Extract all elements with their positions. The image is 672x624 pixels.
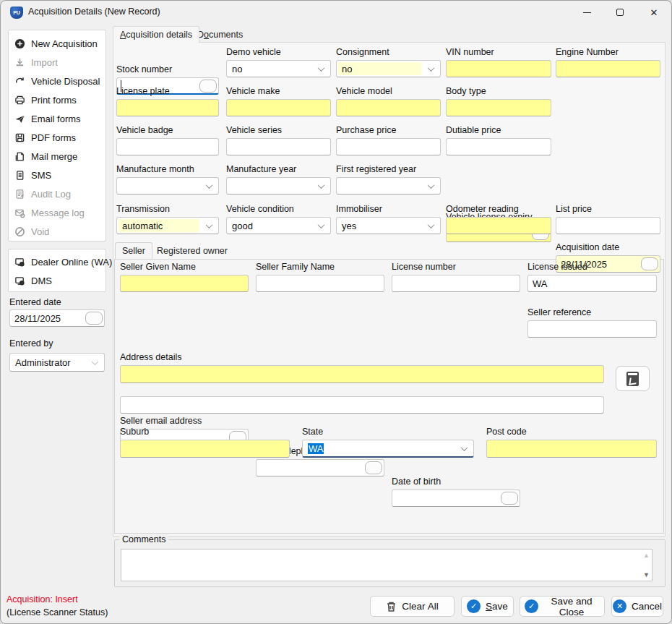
- license-number-cell: License number: [392, 262, 520, 292]
- address-details-label: Address details: [120, 352, 604, 362]
- maximize-button[interactable]: [603, 1, 637, 24]
- license-plate-input[interactable]: [116, 99, 219, 116]
- first-registered-year-dropdown[interactable]: [336, 177, 441, 195]
- demo-vehicle-label: Demo vehicle: [226, 47, 331, 57]
- vehicle-badge-input[interactable]: [116, 138, 219, 155]
- tab-seller[interactable]: Seller: [115, 242, 152, 259]
- cancel-button[interactable]: ✕ Cancel: [611, 596, 663, 617]
- address-line2-input[interactable]: [120, 396, 604, 414]
- sidebar-item-mail-merge[interactable]: Mail merge: [9, 147, 105, 166]
- sidebar-item-pdf-forms[interactable]: PDF forms: [9, 128, 105, 147]
- minimize-icon: [583, 12, 591, 13]
- sidebar-item-sms[interactable]: SMS: [9, 166, 105, 184]
- minimize-button[interactable]: [570, 1, 603, 24]
- seller-email-label: Seller email address: [120, 416, 249, 426]
- sidebar-item-new-acquisition[interactable]: New Acquisition: [9, 34, 105, 53]
- transmission-dropdown[interactable]: automatic: [116, 217, 219, 234]
- sidebar-item-dealer-online[interactable]: Dealer Online (WA): [9, 252, 105, 271]
- chevron-down-icon: [421, 219, 440, 232]
- list-price-input[interactable]: [556, 217, 660, 234]
- comments-textarea[interactable]: ▲ ▼: [121, 549, 652, 581]
- sidebar-item-message-log: Message log: [9, 203, 105, 222]
- manufacture-year-dropdown[interactable]: [226, 177, 331, 195]
- immobiliser-label: Immobiliser: [336, 204, 441, 214]
- scroll-down-icon[interactable]: ▼: [643, 571, 650, 578]
- sidebar-item-label: SMS: [31, 170, 51, 181]
- chevron-down-icon: [455, 442, 473, 455]
- consignment-dropdown[interactable]: no: [336, 60, 441, 77]
- vehicle-condition-cell: Vehicle condition good: [226, 204, 331, 234]
- entered-date-picker-button[interactable]: [85, 312, 103, 325]
- seller-telephone-action-button[interactable]: [365, 461, 382, 474]
- manufacture-year-value: [228, 179, 311, 192]
- state-dropdown[interactable]: WA: [302, 440, 474, 458]
- entered-by-dropdown[interactable]: Administrator: [9, 353, 105, 372]
- manufacture-month-label: Manufacture month: [116, 164, 219, 174]
- chevron-down-icon: [311, 219, 330, 232]
- immobiliser-dropdown[interactable]: yes: [336, 217, 441, 234]
- dutiable-price-input[interactable]: [446, 138, 551, 155]
- address-details-input[interactable]: [120, 365, 604, 383]
- vehicle-make-input[interactable]: [226, 99, 331, 116]
- printer-icon: [14, 95, 25, 106]
- tab-registered-owner[interactable]: Registered owner: [150, 243, 234, 259]
- seller-given-name-input[interactable]: [120, 275, 249, 292]
- demo-vehicle-dropdown[interactable]: no: [226, 60, 331, 77]
- suburb-input[interactable]: [120, 440, 290, 458]
- entered-by-combo-cell: Administrator: [9, 353, 105, 372]
- send-icon: [14, 114, 25, 124]
- seller-family-name-input[interactable]: [256, 275, 384, 292]
- entered-date-label: Entered date: [9, 297, 61, 307]
- save-and-close-button[interactable]: ✓ Save and Close: [520, 596, 605, 617]
- purchase-price-input[interactable]: [336, 138, 441, 155]
- immobiliser-cell: Immobiliser yes: [336, 204, 441, 234]
- odometer-reading-input[interactable]: [446, 217, 551, 234]
- comments-label: Comments: [119, 534, 168, 544]
- sidebar-item-label: Audit Log: [31, 189, 71, 200]
- license-number-input[interactable]: [392, 275, 520, 292]
- transmission-label: Transmission: [116, 204, 219, 214]
- clear-all-button[interactable]: Clear All: [370, 596, 455, 617]
- address-lookup-icon: [626, 372, 639, 386]
- sidebar-actions-box: New Acquisition Import Vehicle Disposal …: [8, 30, 106, 242]
- entered-by-value: Administrator: [12, 355, 85, 369]
- acquisition-date-label: Acquisition date: [556, 242, 660, 252]
- list-price-label: List price: [556, 204, 660, 214]
- license-plate-label: License plate: [116, 86, 219, 96]
- maximize-icon: [616, 9, 624, 16]
- license-issued-input[interactable]: [527, 275, 657, 292]
- tab-acquisition-details[interactable]: Acquisition details: [113, 26, 199, 43]
- sidebar-item-label: Void: [31, 226, 49, 237]
- manufacture-month-dropdown[interactable]: [116, 177, 219, 195]
- date-of-birth-picker-button[interactable]: [501, 492, 518, 505]
- vehicle-series-input[interactable]: [226, 138, 331, 155]
- sidebar-item-email-forms[interactable]: Email forms: [9, 109, 105, 128]
- engine-number-input[interactable]: [556, 60, 660, 77]
- sidebar-item-label: Email forms: [31, 114, 81, 124]
- tab-documents[interactable]: Documents: [191, 27, 249, 43]
- sidebar-item-dms[interactable]: DMS: [9, 271, 105, 290]
- dutiable-price-cell: Dutiable price: [446, 125, 551, 155]
- odometer-reading-cell: Odometer reading: [446, 204, 551, 234]
- clear-all-label: Clear All: [402, 601, 438, 612]
- vehicle-model-input[interactable]: [336, 99, 441, 116]
- save-button[interactable]: ✓ Save: [461, 596, 514, 617]
- vin-number-input[interactable]: [446, 60, 551, 77]
- body-type-input[interactable]: [446, 99, 551, 116]
- close-button[interactable]: ✕: [637, 1, 671, 24]
- sidebar-item-label: New Acquisition: [31, 38, 98, 49]
- vehicle-condition-dropdown[interactable]: good: [226, 217, 331, 234]
- demo-vehicle-value: no: [228, 62, 311, 75]
- post-code-input[interactable]: [486, 440, 657, 458]
- scroll-up-icon[interactable]: ▲: [643, 552, 650, 559]
- body-type-label: Body type: [446, 86, 551, 96]
- consignment-value: no: [338, 62, 421, 75]
- address-lookup-button[interactable]: [616, 366, 650, 391]
- seller-reference-input[interactable]: [527, 320, 657, 338]
- sidebar-item-vehicle-disposal[interactable]: Vehicle Disposal: [9, 72, 105, 90]
- sidebar-item-import: Import: [9, 53, 105, 72]
- transmission-cell: Transmission automatic: [116, 204, 219, 234]
- sms-icon: [14, 170, 25, 181]
- sidebar-item-print-forms[interactable]: Print forms: [9, 90, 105, 109]
- suburb-label: Suburb: [120, 427, 290, 437]
